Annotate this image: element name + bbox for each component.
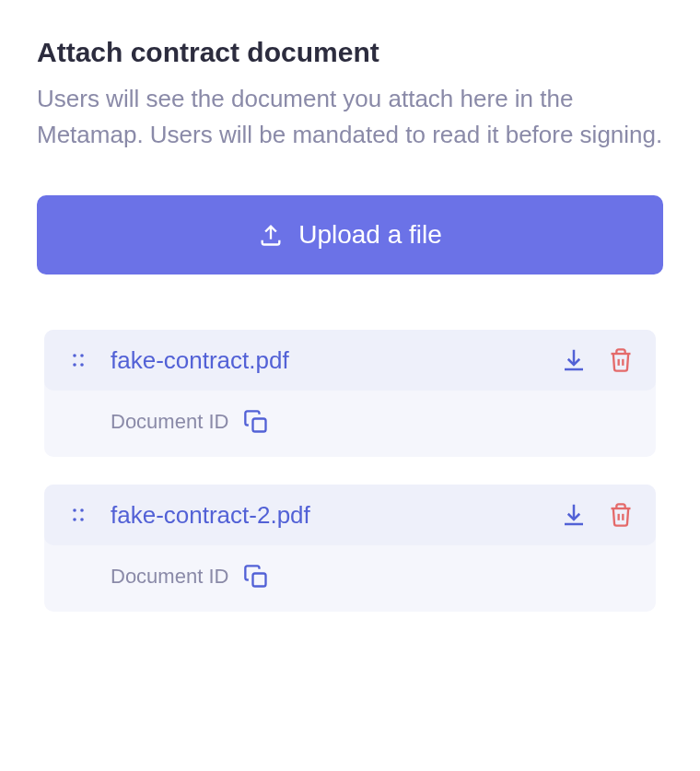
trash-icon	[608, 346, 634, 374]
svg-point-1	[73, 354, 76, 357]
copy-document-id-button[interactable]	[241, 407, 271, 437]
delete-button[interactable]	[606, 345, 636, 376]
copy-icon	[243, 564, 269, 590]
svg-point-10	[73, 508, 76, 512]
download-button[interactable]	[558, 499, 589, 531]
file-card: fake-contract.pdf	[44, 330, 656, 457]
upload-file-button[interactable]: Upload a file	[37, 195, 663, 275]
file-row: fake-contract-2.pdf	[44, 485, 656, 545]
upload-icon	[258, 222, 284, 248]
svg-point-12	[73, 518, 76, 521]
trash-icon	[608, 501, 634, 529]
document-id-label: Document ID	[111, 565, 228, 589]
svg-point-3	[73, 363, 76, 367]
file-actions	[558, 499, 636, 531]
delete-button[interactable]	[606, 499, 636, 531]
drag-handle[interactable]	[64, 504, 92, 526]
svg-rect-9	[253, 419, 266, 432]
download-icon	[560, 501, 588, 529]
file-actions	[558, 345, 636, 376]
download-button[interactable]	[558, 345, 589, 376]
download-icon	[560, 346, 588, 374]
document-id-row: Document ID	[44, 545, 656, 612]
copy-document-id-button[interactable]	[241, 562, 271, 591]
drag-handle[interactable]	[64, 349, 92, 371]
file-name: fake-contract-2.pdf	[111, 501, 540, 530]
drag-icon	[67, 504, 89, 526]
page-title: Attach contract document	[37, 37, 663, 68]
file-row: fake-contract.pdf	[44, 330, 656, 391]
svg-point-4	[80, 363, 84, 367]
file-list: fake-contract.pdf	[37, 330, 663, 612]
upload-button-label: Upload a file	[298, 220, 442, 250]
svg-rect-18	[253, 574, 266, 587]
document-id-label: Document ID	[111, 410, 228, 434]
svg-point-11	[80, 508, 84, 512]
file-card: fake-contract-2.pdf	[44, 485, 656, 612]
document-id-row: Document ID	[44, 391, 656, 457]
svg-point-13	[80, 518, 84, 521]
page-description: Users will see the document you attach h…	[37, 81, 663, 153]
file-name: fake-contract.pdf	[111, 346, 540, 375]
drag-icon	[67, 349, 89, 371]
copy-icon	[243, 409, 269, 435]
svg-point-2	[80, 354, 84, 357]
